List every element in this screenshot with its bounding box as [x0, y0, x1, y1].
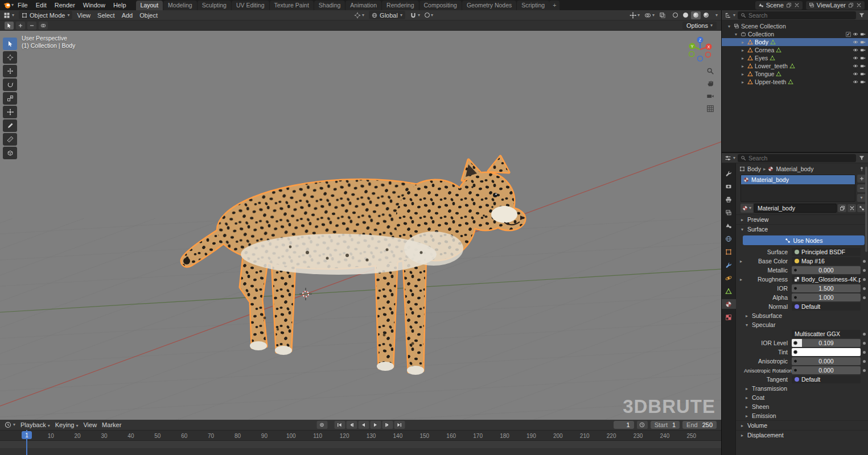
browse-material-button[interactable]: ▾	[741, 204, 753, 213]
object-name[interactable]: Tongue	[755, 71, 774, 77]
decorate-dot[interactable]	[863, 269, 866, 272]
outliner-object-row[interactable]: ▸ Lower_teeth	[722, 62, 868, 70]
hide-eye-icon[interactable]	[853, 31, 858, 37]
material-tab-icon[interactable]	[722, 299, 736, 309]
unlink-scene-icon[interactable]	[794, 2, 800, 8]
material-slot-list[interactable]: Material_body	[741, 175, 855, 202]
jump-to-start-button[interactable]	[334, 421, 345, 429]
collection-row[interactable]: ▾ Collection ✓	[722, 30, 868, 38]
scale-tool[interactable]	[3, 92, 17, 105]
decorate-dot[interactable]	[863, 369, 866, 372]
select-mode-extend-icon[interactable]	[16, 22, 25, 30]
outliner-search-input[interactable]	[748, 12, 853, 19]
tangent-field[interactable]: Default	[792, 375, 861, 383]
material-name-input[interactable]	[754, 204, 837, 213]
jump-to-end-button[interactable]	[394, 421, 405, 429]
normal-field[interactable]: Default	[792, 303, 861, 311]
disable-render-icon[interactable]	[860, 71, 866, 77]
properties-search-input[interactable]	[748, 155, 853, 162]
texture-tab-icon[interactable]	[722, 312, 736, 322]
new-material-button[interactable]	[838, 204, 846, 212]
rendered-shading-button[interactable]	[701, 11, 711, 19]
object-name[interactable]: Lower_teeth	[755, 63, 788, 69]
view-menu[interactable]: View	[83, 421, 97, 428]
viewport-canvas[interactable]: User Perspective (1) Collection | Body	[0, 31, 721, 420]
tint-color-swatch[interactable]	[792, 348, 861, 356]
object-name[interactable]: Eyes	[755, 55, 768, 61]
output-tab-icon[interactable]	[722, 195, 736, 204]
transform-orientation-selector[interactable]: Global ▾	[369, 11, 405, 19]
pin-icon[interactable]	[859, 166, 865, 172]
scene-collection-label[interactable]: Scene Collection	[741, 23, 786, 30]
filter-icon[interactable]	[858, 12, 865, 19]
disable-render-icon[interactable]	[860, 39, 866, 45]
outliner-object-row[interactable]: ▸ Body	[722, 38, 868, 46]
annotate-tool[interactable]	[3, 119, 17, 132]
collapse-chevron-icon[interactable]: ▾	[726, 24, 732, 29]
add-workspace-button[interactable]: +	[549, 1, 560, 10]
decorate-dot[interactable]	[863, 287, 866, 290]
world-tab-icon[interactable]	[722, 234, 736, 243]
shading-dropdown-caret-icon[interactable]: ▾	[715, 13, 718, 18]
timeline-editor-type-selector[interactable]: ▾	[5, 421, 15, 428]
keying-menu[interactable]: Keying ▾	[55, 421, 79, 428]
preview-panel-header[interactable]: ▸Preview	[736, 214, 868, 224]
expand-icon[interactable]: ▸	[738, 277, 744, 282]
decorate-dot[interactable]	[863, 351, 866, 354]
disable-render-icon[interactable]	[860, 79, 866, 85]
decorate-dot[interactable]	[863, 342, 866, 345]
expand-chevron-icon[interactable]: ▸	[740, 40, 746, 45]
leopard-model[interactable]	[182, 156, 525, 375]
volume-panel-header[interactable]: ▸Volume	[736, 420, 868, 430]
tool-tab-icon[interactable]	[722, 168, 736, 178]
menu-item[interactable]: File	[14, 2, 32, 9]
properties-scrollbar[interactable]	[865, 167, 867, 252]
xray-toggle-icon[interactable]	[659, 12, 666, 19]
workspace-tab[interactable]: Texture Paint	[270, 1, 314, 10]
decorate-dot[interactable]	[863, 360, 866, 363]
outliner-object-row[interactable]: ▸ Eyes	[722, 54, 868, 62]
add-cube-tool[interactable]	[3, 147, 17, 159]
menu-item[interactable]: Render	[51, 2, 79, 9]
decorate-dot[interactable]	[863, 333, 866, 336]
breadcrumb-object[interactable]: Body	[747, 166, 761, 172]
options-button[interactable]: Options ▾	[682, 22, 717, 30]
viewport-menu-item[interactable]: Add	[122, 12, 133, 19]
collection-checkbox[interactable]: ✓	[846, 32, 851, 37]
current-frame-field[interactable]: 1	[614, 421, 634, 429]
show-overlays-toggle[interactable]: ▾	[644, 12, 655, 19]
ior-level-slider[interactable]: 0.109	[792, 339, 861, 347]
outliner-search[interactable]	[738, 11, 856, 19]
workspace-tab[interactable]: Geometry Nodes	[462, 1, 516, 10]
next-keyframe-button[interactable]	[382, 421, 393, 429]
outliner-editor-type-selector[interactable]: ▾	[725, 12, 735, 19]
expand-chevron-icon[interactable]: ▸	[740, 72, 746, 77]
expand-chevron-icon[interactable]: ▸	[740, 48, 746, 53]
select-box-tool[interactable]	[3, 38, 17, 50]
object-name[interactable]: Upper-teeth	[755, 78, 786, 85]
workspace-tab[interactable]: UV Editing	[232, 1, 269, 10]
scene-collection-row[interactable]: ▾ Scene Collection	[722, 22, 868, 30]
camera-view-icon[interactable]	[706, 92, 714, 100]
displacement-panel-header[interactable]: ▸Displacement	[736, 430, 868, 440]
expand-chevron-icon[interactable]: ▸	[740, 64, 746, 69]
disable-render-icon[interactable]	[860, 31, 866, 37]
cursor-tool[interactable]	[3, 51, 17, 64]
workspace-tab[interactable]: Modeling	[163, 1, 197, 10]
rotate-tool[interactable]	[3, 78, 17, 91]
object-name[interactable]: Body	[755, 39, 768, 46]
anisotropic-rotation-slider[interactable]: 0.000	[792, 366, 861, 374]
decorate-dot[interactable]	[863, 278, 866, 281]
expand-chevron-icon[interactable]: ▸	[740, 56, 746, 61]
workspace-tab[interactable]: Sculpting	[198, 1, 231, 10]
scene-selector[interactable]: Scene	[755, 1, 803, 10]
editor-type-selector[interactable]: ▾	[3, 12, 14, 19]
select-mode-set-icon[interactable]	[5, 22, 14, 30]
blender-logo-icon[interactable]	[3, 1, 11, 9]
auto-keying-button[interactable]	[316, 421, 327, 429]
viewlayer-selector[interactable]: ViewLayer	[806, 1, 865, 10]
roughness-field[interactable]: Body_Glossiness-4K.png	[792, 275, 861, 283]
material-slot-selected[interactable]: Material_body	[741, 175, 855, 184]
render-tab-icon[interactable]	[722, 181, 736, 191]
unlink-material-button[interactable]	[848, 204, 856, 212]
